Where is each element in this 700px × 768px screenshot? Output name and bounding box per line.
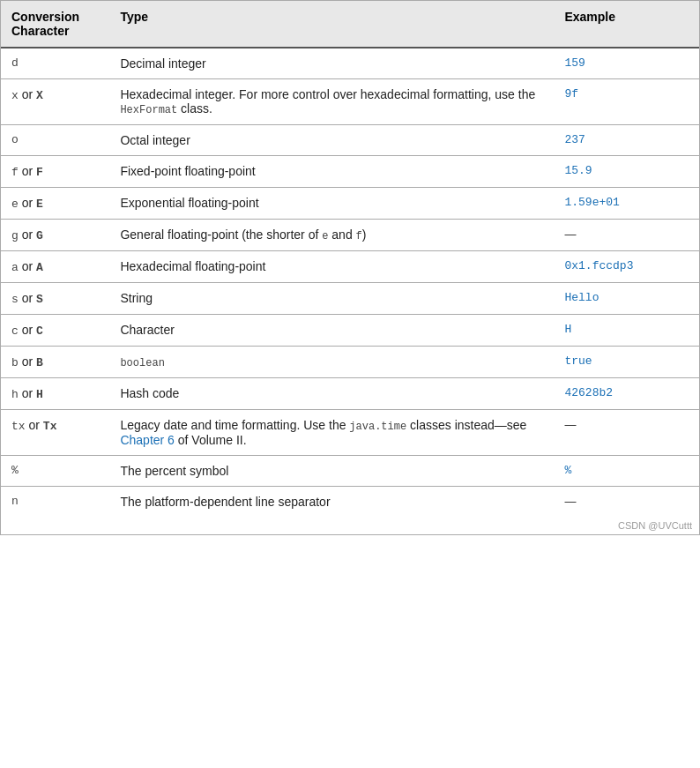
conv-char-cell: a or A: [1, 251, 109, 283]
table-row: oOctal integer237: [1, 125, 699, 156]
type-cell: Octal integer: [109, 125, 554, 156]
table-row: x or XHexadecimal integer. For more cont…: [1, 79, 699, 125]
table-row: a or AHexadecimal floating-point0x1.fccd…: [1, 251, 699, 283]
type-cell: Fixed-point floating-point: [109, 156, 554, 188]
table-row: g or GGeneral floating-point (the shorte…: [1, 220, 699, 251]
conv-char-cell: s or S: [1, 283, 109, 315]
example-cell: —: [554, 487, 699, 518]
table-row: s or SStringHello: [1, 283, 699, 315]
example-cell: true: [554, 347, 699, 378]
conv-char-cell: f or F: [1, 156, 109, 188]
table-row: tx or TxLegacy date and time formatting.…: [1, 410, 699, 456]
example-cell: 9f: [554, 79, 699, 125]
example-cell: 237: [554, 125, 699, 156]
table-row: nThe platform-dependent line separator—: [1, 487, 699, 518]
conversion-table: ConversionCharacter Type Example dDecima…: [1, 1, 699, 517]
header-example: Example: [554, 1, 699, 48]
example-cell: 159: [554, 48, 699, 79]
type-cell: String: [109, 283, 554, 315]
conv-char-cell: tx or Tx: [1, 410, 109, 456]
table-row: dDecimal integer159: [1, 48, 699, 79]
chapter6-link[interactable]: Chapter 6: [120, 433, 174, 447]
example-cell: —: [554, 220, 699, 251]
main-table-container: ConversionCharacter Type Example dDecima…: [0, 0, 700, 535]
conv-char-cell: b or B: [1, 347, 109, 378]
table-row: b or Bbooleantrue: [1, 347, 699, 378]
conv-char-cell: n: [1, 487, 109, 518]
conv-char-cell: c or C: [1, 315, 109, 347]
example-cell: Hello: [554, 283, 699, 315]
conv-char-cell: g or G: [1, 220, 109, 251]
conv-char-cell: h or H: [1, 378, 109, 410]
table-row: h or HHash code42628b2: [1, 378, 699, 410]
type-cell: The percent symbol: [109, 456, 554, 487]
example-cell: 1.59e+01: [554, 188, 699, 220]
conv-char-cell: %: [1, 456, 109, 487]
type-cell: Hash code: [109, 378, 554, 410]
table-header-row: ConversionCharacter Type Example: [1, 1, 699, 48]
table-row: f or FFixed-point floating-point15.9: [1, 156, 699, 188]
example-cell: H: [554, 315, 699, 347]
example-cell: 15.9: [554, 156, 699, 188]
table-row: %The percent symbol%: [1, 456, 699, 487]
conv-char-cell: x or X: [1, 79, 109, 125]
table-row: e or EExponential floating-point1.59e+01: [1, 188, 699, 220]
example-cell: 0x1.fccdp3: [554, 251, 699, 283]
header-conversion: ConversionCharacter: [1, 1, 109, 48]
type-cell: General floating-point (the shorter of e…: [109, 220, 554, 251]
conv-char-cell: o: [1, 125, 109, 156]
type-cell: The platform-dependent line separator: [109, 487, 554, 518]
type-cell: Decimal integer: [109, 48, 554, 79]
type-cell: Character: [109, 315, 554, 347]
type-cell: boolean: [109, 347, 554, 378]
example-cell: 42628b2: [554, 378, 699, 410]
example-cell: %: [554, 456, 699, 487]
example-cell: —: [554, 410, 699, 456]
type-cell: Legacy date and time formatting. Use the…: [109, 410, 554, 456]
type-cell: Exponential floating-point: [109, 188, 554, 220]
table-row: c or CCharacterH: [1, 315, 699, 347]
type-cell: Hexadecimal floating-point: [109, 251, 554, 283]
header-type: Type: [109, 1, 554, 48]
conv-char-cell: d: [1, 48, 109, 79]
conv-char-cell: e or E: [1, 188, 109, 220]
watermark: CSDN @UVCuttt: [1, 517, 699, 534]
type-cell: Hexadecimal integer. For more control ov…: [109, 79, 554, 125]
